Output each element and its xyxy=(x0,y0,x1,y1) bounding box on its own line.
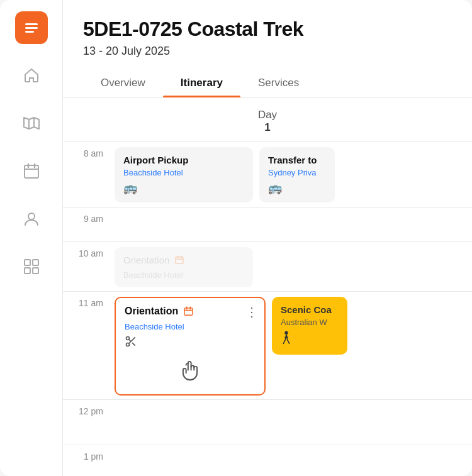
sidebar-item-home[interactable] xyxy=(16,62,47,89)
time-label-9am: 9 am xyxy=(63,208,108,241)
svg-rect-12 xyxy=(33,260,38,265)
svg-marker-3 xyxy=(24,118,39,129)
app-logo[interactable] xyxy=(15,11,48,44)
yellow-card-subtitle: Australian W xyxy=(281,318,339,327)
svg-point-10 xyxy=(28,213,35,219)
time-row-9am: 9 am xyxy=(63,207,472,241)
sidebar-item-calendar[interactable] xyxy=(16,157,47,185)
header: 5DE1-0725 Coastal Trek 13 - 20 July 2025 xyxy=(63,0,472,58)
time-row-8am: 8 am Airport Pickup Beachside Hotel 🚌 Tr… xyxy=(63,141,472,207)
walk-icon xyxy=(281,331,339,347)
ghost-subtitle: Beachside Hotel xyxy=(123,270,244,280)
svg-point-28 xyxy=(285,332,288,335)
cards-col-8am: Airport Pickup Beachside Hotel 🚌 Transfe… xyxy=(108,142,472,207)
time-row-11am: 11 am Orientation xyxy=(63,291,472,399)
svg-rect-13 xyxy=(25,268,30,274)
card-subtitle: Beachside Hotel xyxy=(123,168,244,177)
home-icon xyxy=(23,67,40,84)
card-subtitle-transfer: Sydney Priva xyxy=(268,168,326,177)
main-content: 5DE1-0725 Coastal Trek 13 - 20 July 2025… xyxy=(63,0,472,476)
app-container: 5DE1-0725 Coastal Trek 13 - 20 July 2025… xyxy=(0,0,472,476)
time-row-1pm: 1 pm xyxy=(63,445,472,476)
card-menu-button[interactable]: ⋮ xyxy=(245,304,258,319)
map-icon xyxy=(23,115,40,131)
time-label-8am: 8 am xyxy=(63,142,108,207)
svg-point-24 xyxy=(126,343,130,346)
svg-rect-1 xyxy=(25,27,38,29)
time-row-10am: 10 am Orientation Beachside Hotel xyxy=(63,241,472,292)
day-number: 1 xyxy=(63,121,472,134)
sidebar-item-grid[interactable] xyxy=(16,253,47,280)
svg-rect-11 xyxy=(25,260,30,265)
svg-rect-6 xyxy=(25,165,38,178)
svg-rect-19 xyxy=(184,308,193,315)
sidebar xyxy=(0,0,63,476)
svg-point-23 xyxy=(126,337,130,340)
bus-icon-transfer: 🚌 xyxy=(268,181,326,195)
bus-icon: 🚌 xyxy=(123,181,244,195)
sidebar-nav xyxy=(0,62,62,280)
cards-col-11am: Orientation Beachside Hotel xyxy=(108,292,472,399)
card-title-transfer: Transfer to xyxy=(268,155,326,165)
card-scenic[interactable]: Scenic Coa Australian W xyxy=(272,297,347,355)
scissors-icon xyxy=(125,335,256,350)
cards-col-1pm xyxy=(108,445,472,476)
day-header: Day 1 xyxy=(63,97,472,141)
person-icon xyxy=(23,211,40,227)
svg-line-27 xyxy=(129,340,131,341)
yellow-card-title: Scenic Coa xyxy=(281,304,339,315)
day-label: Day xyxy=(63,109,472,121)
tab-overview[interactable]: Overview xyxy=(83,70,163,97)
tab-itinerary[interactable]: Itinerary xyxy=(163,70,240,97)
grid-icon xyxy=(23,258,40,275)
svg-rect-0 xyxy=(25,23,38,25)
ghost-title: Orientation xyxy=(123,255,169,265)
tabs: Overview Itinerary Services xyxy=(63,70,472,97)
svg-rect-2 xyxy=(25,31,34,33)
active-card-title: Orientation xyxy=(125,306,178,317)
ghost-orange-icon xyxy=(174,255,184,267)
time-label-11am: 11 am xyxy=(63,292,108,399)
cards-col-12pm xyxy=(108,400,472,445)
card-transfer[interactable]: Transfer to Sydney Priva 🚌 xyxy=(259,147,335,202)
hand-icon-area xyxy=(125,350,256,387)
time-label-10am: 10 am xyxy=(63,242,108,292)
calendar-icon xyxy=(23,163,40,179)
trip-title: 5DE1-0725 Coastal Trek xyxy=(83,18,452,41)
sidebar-item-map[interactable] xyxy=(16,109,47,137)
active-card-orange-icon xyxy=(183,306,194,319)
logo-icon xyxy=(23,19,40,36)
card-orientation-ghost: Orientation Beachside Hotel xyxy=(115,247,253,287)
schedule-grid: 8 am Airport Pickup Beachside Hotel 🚌 Tr… xyxy=(63,141,472,476)
card-airport-pickup[interactable]: Airport Pickup Beachside Hotel 🚌 xyxy=(115,147,253,202)
time-row-12pm: 12 pm xyxy=(63,399,472,445)
tab-services[interactable]: Services xyxy=(240,70,317,97)
time-label-12pm: 12 pm xyxy=(63,400,108,445)
card-orientation-active[interactable]: Orientation Beachside Hotel xyxy=(115,297,266,396)
hand-icon xyxy=(178,359,202,383)
svg-line-26 xyxy=(132,343,135,346)
card-title: Airport Pickup xyxy=(123,155,244,165)
time-label-1pm: 1 pm xyxy=(63,445,108,476)
active-card-subtitle: Beachside Hotel xyxy=(125,322,256,331)
svg-rect-14 xyxy=(33,268,38,274)
cards-col-10am: Orientation Beachside Hotel xyxy=(108,242,472,292)
trip-dates: 13 - 20 July 2025 xyxy=(83,45,452,58)
cards-col-9am xyxy=(108,208,472,241)
svg-rect-15 xyxy=(176,257,183,263)
sidebar-item-person[interactable] xyxy=(16,205,47,233)
